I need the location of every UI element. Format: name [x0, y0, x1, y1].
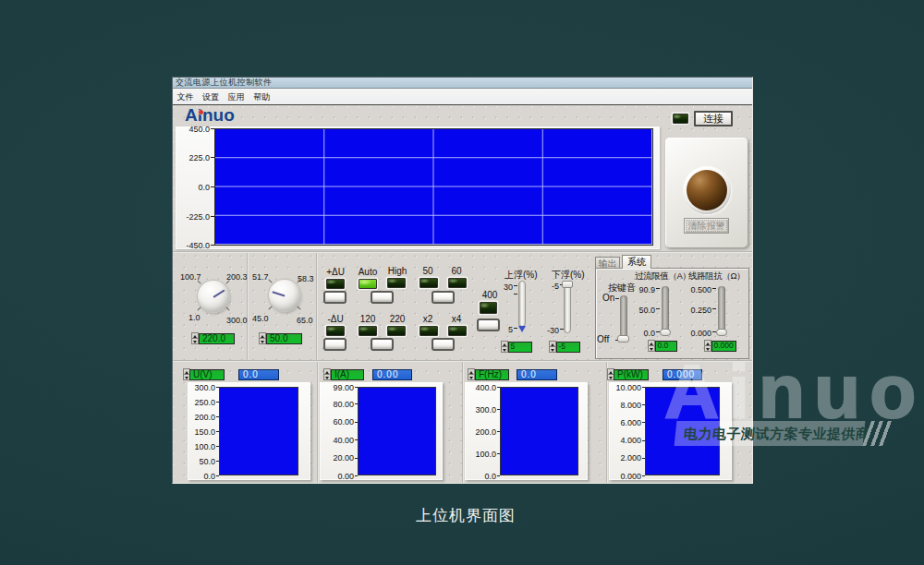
meter-ytick: 2.000 — [609, 453, 641, 463]
beep-on-label: On — [602, 293, 614, 303]
plus-du-button[interactable] — [323, 291, 346, 304]
float-down-label: 下浮(%) — [552, 269, 585, 282]
v400-button[interactable] — [477, 319, 500, 331]
x2-label: x2 — [417, 314, 439, 324]
meter-spinner[interactable] — [468, 368, 475, 380]
impedance-slider-thumb[interactable] — [716, 329, 727, 336]
float-down-min: -30 — [544, 326, 559, 335]
tick-mark — [497, 475, 500, 476]
meter-ytick: 150.0 — [188, 427, 215, 437]
meter-chart: 300.0 250.0 200.0 150.0 100.0 50.0 0.0 — [188, 382, 310, 480]
float-down-value-input[interactable]: -5 — [556, 342, 580, 353]
meter-value: 0.0 — [517, 369, 557, 380]
knob-voltage-tick-label: 300.0 — [226, 316, 248, 325]
watermark-brand: Ainuo — [664, 357, 924, 426]
spinner-down-arrow[interactable] — [323, 374, 331, 380]
tab-system[interactable]: 系统 — [622, 255, 651, 269]
clear-alarm-button[interactable]: 清除报警 — [684, 218, 729, 234]
oc-spinner[interactable] — [648, 340, 655, 352]
impedance-tick-label: 0.250 — [682, 306, 711, 315]
meter-plot-area — [500, 387, 578, 475]
float-up-slider-thumb[interactable] — [518, 326, 526, 332]
menu-app[interactable]: 应用 — [225, 89, 248, 104]
figure-caption: 上位机界面图 — [416, 505, 516, 526]
alarm-panel: 清除报警 — [665, 138, 748, 247]
meter-plot-area — [219, 387, 298, 475]
waveform-chart: 450.0 225.0 0.0 -225.0 -450.0 — [176, 126, 660, 249]
meter-ytick: 0.000 — [609, 472, 641, 481]
meter-ytick: 8.000 — [609, 401, 641, 410]
spinner-down-arrow[interactable] — [468, 374, 475, 380]
knob-voltage-tick-label: 1.0 — [188, 313, 201, 322]
minus-du-label: -ΔU — [323, 314, 347, 324]
float-up-value-input[interactable]: 5 — [508, 342, 532, 353]
slider-tick — [656, 288, 660, 289]
oc-slider-thumb[interactable] — [660, 329, 671, 336]
impedance-tick-label: 0.500 — [682, 285, 711, 295]
voltage-knob-needle — [213, 289, 225, 297]
multiplier-toggle-button[interactable] — [432, 338, 455, 351]
waveform-ytick: -225.0 — [176, 212, 210, 222]
meter-ytick: 250.0 — [188, 398, 215, 407]
voltage-value-input[interactable]: 220.0 — [199, 333, 235, 344]
meter-ytick: 6.000 — [609, 418, 641, 427]
hz-toggle-button[interactable] — [432, 291, 455, 304]
float-up-label: 上浮(%) — [505, 269, 538, 282]
meter-ytick: 0.00 — [320, 472, 354, 481]
frequency-spinner[interactable] — [259, 332, 266, 344]
tick-mark — [216, 475, 219, 476]
beep-slider-thumb[interactable] — [617, 335, 629, 343]
frequency-knob-needle — [272, 292, 285, 297]
scene-background: 交流电源上位机控制软件 文件 设置 应用 帮助 Ainuo 连接 450.0 2… — [0, 0, 924, 565]
slider-tick — [514, 294, 517, 295]
float-up-slider[interactable] — [518, 281, 526, 327]
spinner-down-arrow[interactable] — [191, 338, 199, 344]
spinner-down-arrow[interactable] — [549, 346, 556, 353]
window-titlebar[interactable]: 交流电源上位机控制软件 — [173, 78, 752, 89]
hz60-led — [448, 278, 467, 288]
hz60-label: 60 — [445, 266, 468, 276]
meter-label: P(kW) — [614, 369, 649, 380]
menu-file[interactable]: 文件 — [174, 89, 197, 104]
float-up-spinner[interactable] — [501, 341, 508, 353]
meter-label: I(A) — [331, 369, 364, 380]
meter-ytick: 60.00 — [320, 417, 354, 427]
menu-bar: 文件 设置 应用 帮助 — [173, 89, 752, 105]
knob-freq-tick-label: 51.7 — [252, 272, 269, 282]
frequency-value-input[interactable]: 50.0 — [266, 333, 302, 344]
tick-mark — [642, 475, 645, 476]
float-down-slider[interactable] — [564, 281, 571, 333]
meter-ytick: 80.00 — [320, 400, 354, 409]
menu-help[interactable]: 帮助 — [250, 89, 274, 104]
meter-label: U(V) — [189, 369, 225, 380]
voltage-knob[interactable] — [198, 281, 229, 312]
waveform-plot-area — [214, 128, 653, 246]
oc-slider[interactable] — [662, 286, 669, 334]
hz50-led — [419, 278, 438, 288]
meter-ytick: 400.0 — [465, 383, 496, 392]
spinner-down-arrow[interactable] — [648, 345, 655, 352]
menu-settings[interactable]: 设置 — [200, 89, 223, 104]
float-up-min: 5 — [504, 325, 513, 334]
meter-ytick: 100.0 — [465, 450, 496, 459]
oc-tick-label: 0.0 — [633, 329, 655, 338]
watermark-tagline: 电力电子测试方案专业提供商 — [675, 421, 866, 446]
x4-label: x4 — [445, 314, 468, 324]
knob-freq-tick-label: 65.0 — [297, 316, 313, 325]
v400-label: 400 — [479, 290, 501, 300]
meter-voltage: U(V) 0.0 300.0 250.0 200.0 150.0 100.0 5… — [174, 362, 319, 483]
meter-value: 0.0 — [238, 369, 279, 380]
v-range-toggle-button[interactable] — [371, 338, 394, 351]
meter-spinner[interactable] — [323, 368, 331, 380]
frequency-knob[interactable] — [269, 280, 300, 311]
float-down-spinner[interactable] — [549, 341, 556, 353]
spinner-down-arrow[interactable] — [259, 338, 266, 344]
impedance-slider[interactable] — [718, 286, 725, 334]
float-down-slider-thumb[interactable] — [562, 281, 573, 288]
voltage-spinner[interactable] — [191, 332, 199, 344]
auto-high-toggle-button[interactable] — [371, 291, 394, 304]
connect-button[interactable]: 连接 — [694, 111, 733, 126]
meter-ytick: 10.000 — [609, 383, 641, 392]
spinner-down-arrow[interactable] — [501, 346, 508, 353]
minus-du-button[interactable] — [323, 338, 346, 351]
